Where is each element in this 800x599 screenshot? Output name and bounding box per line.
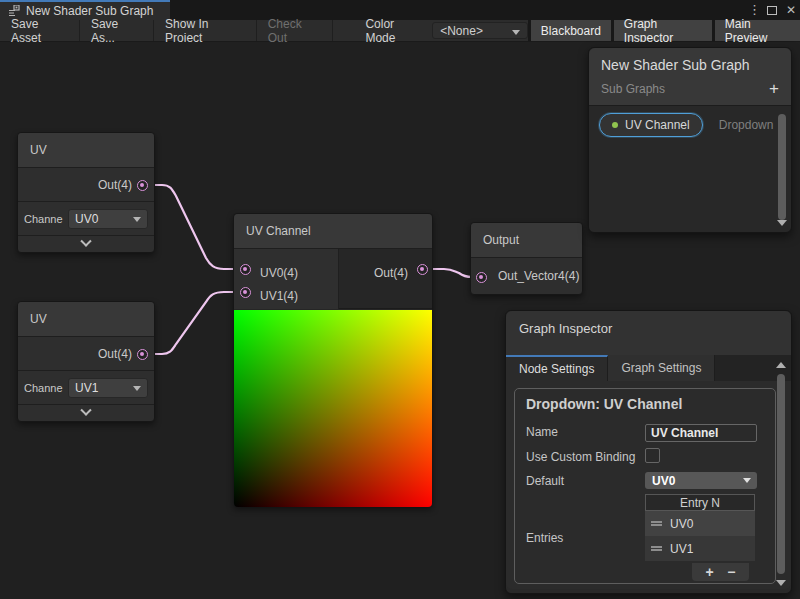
port-rows: UV0(4) UV1(4) Out(4) [234,249,432,309]
main-preview-toggle-button[interactable]: Main Preview [715,20,800,41]
node-output[interactable]: Output Out_Vector4(4) [470,222,583,295]
channel-dropdown[interactable]: UV0 [68,209,148,229]
inspector-scrollbar-thumb[interactable] [777,374,785,574]
property-name: UV Channel [625,118,690,132]
node-uv-1[interactable]: UV Out(4) Channe UV0 [17,132,155,253]
channel-value: UV0 [75,212,98,226]
channel-dropdown[interactable]: UV1 [68,378,148,398]
output-row: Out(4) [18,337,154,371]
chevron-down-icon [133,217,141,222]
dropdown-settings-section: Dropdown: UV Channel Name Use Custom Bin… [514,388,776,584]
inspector-header: Graph Inspector [506,311,791,355]
drag-handle-icon[interactable] [651,546,662,551]
property-type-label: Dropdown [719,118,774,132]
node-title: UV Channel [234,214,432,249]
blackboard-title: New Shader Sub Graph [601,57,779,73]
maximize-icon[interactable] [767,6,777,15]
node-title: UV [18,133,154,168]
name-input[interactable] [645,424,757,442]
default-label: Default [526,472,645,489]
channel-label: Channe [24,213,68,225]
section-title: Dropdown: UV Channel [515,396,775,421]
collapse-preview-button[interactable] [18,405,154,420]
inspector-tabs: Node Settings Graph Settings [506,355,791,381]
uvchannel-input-port-uv0[interactable] [240,264,251,275]
node-title: Output [471,223,582,258]
blackboard-scrollbar-thumb[interactable] [778,114,786,220]
node-uv-channel[interactable]: UV Channel UV0(4) UV1(4) Out(4) [233,213,433,507]
remove-entry-button[interactable]: − [727,565,735,579]
chevron-down-icon [80,404,91,415]
add-entry-button[interactable]: + [706,565,714,579]
out-port-label: Out(4) [374,266,408,280]
node-uv-2[interactable]: UV Out(4) Channe UV1 [17,301,155,422]
entries-list-footer: + − [692,563,749,581]
color-mode-label: Color Mode [333,20,432,41]
node-title: UV [18,302,154,337]
inspector-body: Dropdown: UV Channel Name Use Custom Bin… [506,381,791,589]
check-out-button: Check Out [257,20,334,41]
inspector-title: Graph Inspector [519,321,612,336]
channel-value: UV1 [75,381,98,395]
chevron-down-icon [512,30,520,35]
scroll-down-icon[interactable] [776,580,786,586]
subgraph-icon [8,5,20,17]
scroll-down-icon[interactable] [777,220,787,226]
graph-toolbar: Save Asset Save As... Show In Project Ch… [0,20,800,42]
channel-label: Channe [24,382,68,394]
entries-list-header: Entry N [645,494,755,511]
chevron-down-icon [743,478,751,483]
scroll-up-icon[interactable] [776,362,786,368]
blackboard-subtitle: Sub Graphs [601,82,779,96]
entries-field-row: Entries Entry N UV0 UV1 + [515,491,775,583]
entry-row-uv0[interactable]: UV0 [645,511,755,536]
add-property-button[interactable]: + [769,80,779,97]
uvchannel-input-port-uv1[interactable] [240,287,251,298]
entry-row-uv1[interactable]: UV1 [645,536,755,561]
color-mode-dropdown[interactable]: <None> [432,22,528,39]
uv1-output-port[interactable] [137,180,148,191]
entry-label: UV0 [670,517,693,531]
collapse-preview-button[interactable] [18,236,154,251]
channel-control-row: Channe UV0 [18,202,154,236]
default-field-row: Default UV0 [515,469,775,491]
use-custom-binding-label: Use Custom Binding [526,448,645,465]
uv0-port-label: UV0(4) [260,266,298,280]
graph-inspector-toggle-button[interactable]: Graph Inspector [614,20,712,41]
exposed-dot-icon [612,122,618,128]
chevron-down-icon [133,386,141,391]
property-row: UV Channel Dropdown [599,113,773,137]
input-row: Out_Vector4(4) [471,258,582,294]
out-port-label: Out(4) [98,347,132,361]
output-row: Out(4) [18,168,154,202]
use-custom-binding-checkbox[interactable] [645,448,660,463]
output-node-input-port[interactable] [476,272,487,283]
chevron-down-icon [80,235,91,246]
uv1-port-label: UV1(4) [260,289,298,303]
channel-control-row: Channe UV1 [18,371,154,405]
graph-inspector-panel: Graph Inspector Node Settings Graph Sett… [505,310,792,594]
show-in-project-button[interactable]: Show In Project [154,20,257,41]
name-label: Name [526,423,645,440]
binding-field-row: Use Custom Binding [515,444,775,469]
color-mode-value: <None> [440,24,483,38]
default-dropdown[interactable]: UV0 [645,472,757,489]
entries-list: Entry N UV0 UV1 + − [645,494,757,581]
entries-label: Entries [526,529,645,546]
property-pill-uv-channel[interactable]: UV Channel [599,113,703,137]
save-asset-button[interactable]: Save Asset [0,20,80,41]
blackboard-header: New Shader Sub Graph Sub Graphs + [589,48,791,106]
out-port-label: Out(4) [98,178,132,192]
blackboard-toggle-button[interactable]: Blackboard [531,20,611,41]
out-vector4-port-label: Out_Vector4(4) [498,269,579,283]
tab-graph-settings[interactable]: Graph Settings [608,355,715,381]
uv-gradient-preview [234,310,432,507]
default-value: UV0 [652,474,675,488]
uv2-output-port[interactable] [137,349,148,360]
tab-node-settings[interactable]: Node Settings [506,355,608,381]
drag-handle-icon[interactable] [651,521,662,526]
close-icon[interactable]: ✕ [786,3,796,17]
uvchannel-output-port[interactable] [417,264,428,275]
save-as-button[interactable]: Save As... [80,20,154,41]
entry-label: UV1 [670,542,693,556]
